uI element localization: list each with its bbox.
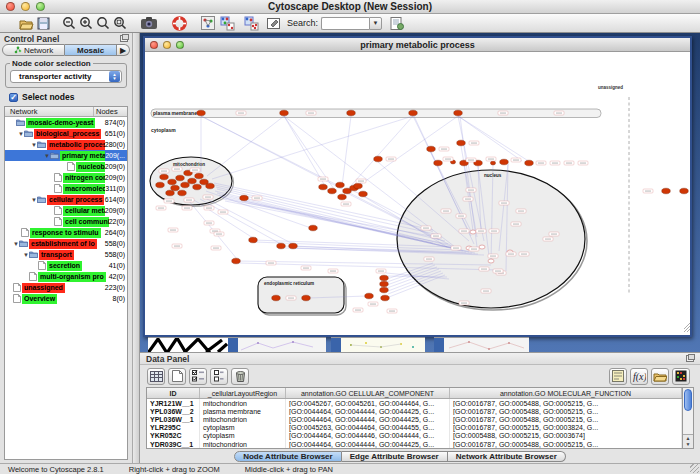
background-window[interactable] [331,337,341,352]
float-panel-icon[interactable] [120,35,128,42]
background-window[interactable] [341,337,425,352]
open-folder-icon[interactable] [18,15,35,31]
background-window[interactable] [434,337,444,352]
zoom-selected-icon[interactable] [111,15,128,31]
column-header[interactable]: ID [147,388,200,398]
tree-row-label: cellular metabol [63,206,105,216]
tree-row-cellular-process[interactable]: ▼cellular process614(0) [5,194,127,205]
tab-mosaic[interactable]: Mosaic [65,44,117,56]
tree-row-nodes-count: 41(0) [109,262,127,269]
tree-row-unassigned[interactable]: unassigned223(0) [5,282,127,293]
table-row[interactable]: YLR295Ccytoplasm[GO:0045263, GO:0044464,… [147,424,682,432]
delete-attribute-button[interactable] [231,368,249,385]
annotation-icon[interactable] [265,15,282,31]
layout-one-icon[interactable] [219,15,236,31]
gene-node [206,183,215,189]
attribute-editor-button[interactable] [609,368,627,385]
table-row[interactable]: YPL036W__1mitochondrion[GO:0044464, GO:0… [147,415,682,423]
search-input[interactable] [321,17,369,30]
layout-two-icon[interactable] [243,15,260,31]
gene-node [336,182,345,188]
column-header[interactable]: annotation.GO CELLULAR_COMPONENT [286,388,450,398]
file-icon [54,217,62,227]
background-window[interactable] [148,337,228,352]
table-row[interactable]: YDR039C__1mitochondrion[GO:0044464, GO:0… [147,440,682,448]
network-view-window[interactable]: primary metabolic process plasma membran… [143,36,692,337]
background-window[interactable] [444,337,529,352]
select-attributes-button[interactable] [189,368,207,385]
app-title: Cytoscape Desktop (New Session) [0,1,700,12]
tab-network[interactable]: Network [2,44,65,56]
zoom-fit-icon[interactable] [94,15,111,31]
tree-row-secretion[interactable]: secretion41(0) [5,260,127,271]
network-overview-icon[interactable] [199,15,216,31]
import-network-table-icon[interactable] [388,15,405,31]
tree-row-response-to-stimulu[interactable]: response to stimulu264(0) [5,227,127,238]
tree-row-nodes-count: 651(0) [105,130,127,137]
snapshot-icon[interactable] [140,15,157,31]
tree-row-label: response to stimulu [30,228,101,238]
tree-row-metabolic-process[interactable]: ▼metabolic process280(0) [5,139,127,150]
save-icon[interactable] [35,15,52,31]
tree-row-nucleobase-[interactable]: nucleobase-209(0) [5,161,127,172]
background-window[interactable] [238,337,326,352]
tab-overflow-arrow[interactable]: ▶ [117,44,130,56]
table-row[interactable]: YJR121W__1mitochondrion[GO:0045267, GO:0… [147,399,682,407]
node-color-dropdown[interactable]: transporter activity ▲▼ [10,70,122,83]
gene-node [240,195,249,201]
table-row[interactable]: YPL036W__2plasma membrane[GO:0044464, GO… [147,407,682,415]
tree-row-cellular-metabol[interactable]: cellular metabol209(0) [5,205,127,216]
plasma-membrane-compartment [151,109,601,118]
attribute-list-button[interactable] [210,368,228,385]
tree-row-label: macromolecule [63,184,105,194]
import-attributes-button[interactable] [651,368,669,385]
tree-row-mosaic-demo-yeast[interactable]: mosaic-demo-yeast874(0) [5,117,127,128]
zoom-out-icon[interactable] [60,15,77,31]
node-label [466,188,476,192]
node-label [554,111,564,115]
column-header[interactable]: _cellularLayoutRegion [200,388,286,398]
svg-text:f(x): f(x) [633,371,646,382]
tree-row-nitrogen-compo[interactable]: nitrogen compo209(0) [5,172,127,183]
network-canvas[interactable]: plasma membranecytoplasmmitochondrionnuc… [145,52,690,335]
matrix-view-button[interactable] [672,368,690,385]
new-attribute-button[interactable] [168,368,186,385]
select-nodes-checkbox[interactable]: ✓ [9,93,18,102]
tree-row-primary-metabol[interactable]: ▼primary metabol209(... [5,150,127,161]
table-row[interactable]: YKR052Ccytoplasm[GO:0044464, GO:0044446,… [147,432,682,440]
tab-network-attribute-browser[interactable]: Network Attribute Browser [448,451,566,462]
scrollbar-arrows[interactable]: ▲▼ [683,434,693,448]
tree-row-nodes-count: 223(0) [105,284,127,291]
tree-row-biological-process[interactable]: ▼biological_process651(0) [5,128,127,139]
panel-splitter[interactable] [133,33,140,463]
gene-node [380,275,389,281]
float-data-panel-icon[interactable] [686,355,694,362]
table-cell: [GO:0045267, GO:0045261, GO:0044464, G..… [286,399,450,407]
node-label [172,244,182,248]
tree-row-transport[interactable]: ▼transport558(0) [5,249,127,260]
tree-row-multi-organism-pro[interactable]: multi-organism pro42(0) [5,271,127,282]
table-scrollbar[interactable]: ▲▼ [682,388,693,448]
window-resize-grip [684,323,690,332]
tab-node-attribute-browser[interactable]: Node Attribute Browser [234,451,342,462]
node-label [493,269,503,273]
column-header[interactable]: annotation.GO MOLECULAR_FUNCTION [450,388,682,398]
gene-node [381,295,390,301]
column-grid-button[interactable] [147,368,165,385]
help-icon[interactable] [171,15,188,31]
gene-node [457,140,466,146]
search-dropdown-arrow[interactable]: ▼ [369,17,382,30]
zoom-in-icon[interactable] [77,15,94,31]
resize-grip[interactable] [690,464,699,473]
tab-edge-attribute-browser[interactable]: Edge Attribute Browser [342,451,448,462]
scrollbar-thumb[interactable] [684,389,692,411]
tree-row-establishment-of-lo[interactable]: ▼establishment of lo558(0) [5,238,127,249]
nucleus-compartment [397,170,585,308]
node-label [459,301,469,305]
tree-row-cell-communicat[interactable]: cell communicat22(0) [5,216,127,227]
function-builder-button[interactable]: f(x) [630,368,648,385]
background-window[interactable] [228,337,238,352]
tree-row-overview[interactable]: Overview8(0) [5,293,127,304]
tree-row-macromolecule[interactable]: macromolecule311(0) [5,183,127,194]
table-cell: YDR039C__1 [147,440,200,448]
